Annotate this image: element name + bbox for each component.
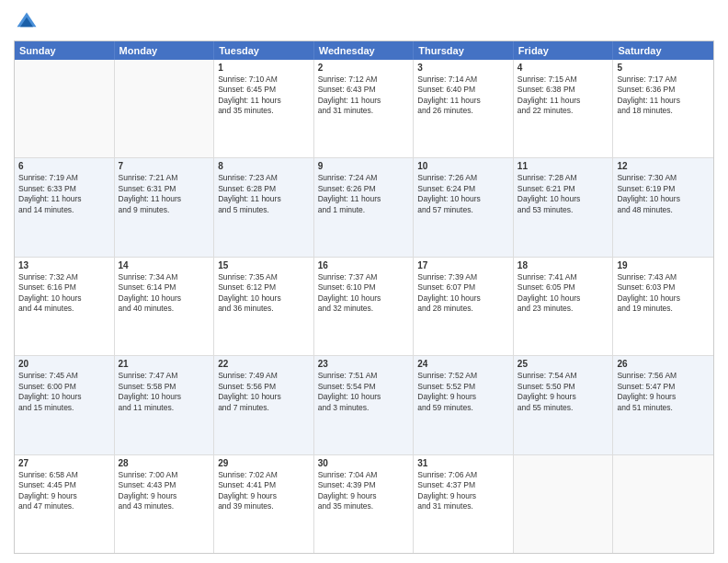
day-number: 1 (218, 63, 310, 73)
cell-info-line: Sunrise: 7:37 AM (318, 272, 410, 282)
day-number: 13 (18, 260, 110, 270)
day-number: 25 (518, 359, 609, 369)
cell-info-line: and 40 minutes. (119, 304, 210, 314)
cell-info-line: Sunrise: 7:47 AM (119, 371, 210, 381)
cell-info-line: Sunset: 5:50 PM (518, 382, 609, 392)
cell-info-line: Daylight: 9 hours (417, 392, 509, 402)
cell-info-line: and 26 minutes. (417, 106, 509, 116)
cell-info-line: Sunrise: 7:19 AM (18, 173, 110, 183)
day-number: 12 (617, 161, 710, 171)
day-cell-28: 28Sunrise: 7:00 AMSunset: 4:43 PMDayligh… (115, 455, 215, 553)
cell-info-line: Daylight: 10 hours (18, 293, 110, 304)
day-cell-24: 24Sunrise: 7:52 AMSunset: 5:52 PMDayligh… (414, 356, 514, 454)
day-number: 18 (518, 260, 609, 270)
cell-info-line: Sunset: 6:26 PM (318, 184, 410, 194)
day-number: 11 (518, 161, 609, 171)
cell-info-line: and 18 minutes. (617, 106, 710, 116)
cell-info-line: Sunrise: 7:12 AM (318, 75, 410, 85)
day-cell-22: 22Sunrise: 7:49 AMSunset: 5:56 PMDayligh… (214, 356, 314, 454)
calendar-row-4: 27Sunrise: 6:58 AMSunset: 4:45 PMDayligh… (15, 455, 713, 553)
day-cell-14: 14Sunrise: 7:34 AMSunset: 6:14 PMDayligh… (115, 258, 215, 355)
day-number: 22 (218, 359, 310, 369)
cell-info-line: and 53 minutes. (518, 205, 609, 215)
cell-info-line: Sunrise: 7:30 AM (617, 173, 710, 183)
day-cell-20: 20Sunrise: 7:45 AMSunset: 6:00 PMDayligh… (15, 356, 115, 454)
cell-info-line: and 14 minutes. (18, 205, 110, 215)
cell-info-line: Sunrise: 7:41 AM (518, 272, 609, 282)
day-number: 23 (318, 359, 410, 369)
cell-info-line: Sunset: 5:58 PM (119, 382, 210, 392)
cell-info-line: Daylight: 9 hours (119, 491, 210, 501)
cell-info-line: Sunrise: 7:26 AM (417, 173, 509, 183)
day-number: 2 (318, 63, 410, 73)
cell-info-line: Sunset: 6:00 PM (18, 382, 110, 392)
day-number: 4 (518, 63, 609, 73)
header (14, 9, 714, 35)
cell-info-line: Sunset: 6:21 PM (518, 184, 609, 194)
cell-info-line: and 36 minutes. (218, 304, 310, 314)
day-number: 7 (119, 161, 210, 171)
day-number: 10 (417, 161, 509, 171)
cell-info-line: Sunset: 4:43 PM (119, 480, 210, 490)
cell-info-line: and 9 minutes. (119, 205, 210, 215)
cell-info-line: Sunset: 6:38 PM (518, 85, 609, 95)
cell-info-line: Daylight: 10 hours (318, 293, 410, 304)
day-cell-30: 30Sunrise: 7:04 AMSunset: 4:39 PMDayligh… (314, 455, 415, 553)
cell-info-line: and 31 minutes. (417, 501, 509, 511)
cell-info-line: and 35 minutes. (318, 501, 410, 511)
cell-info-line: Daylight: 10 hours (218, 392, 310, 402)
cell-info-line: Daylight: 11 hours (518, 96, 609, 106)
day-cell-13: 13Sunrise: 7:32 AMSunset: 6:16 PMDayligh… (15, 258, 115, 355)
cell-info-line: Daylight: 11 hours (617, 96, 710, 106)
cell-info-line: Sunrise: 7:28 AM (518, 173, 609, 183)
cell-info-line: Sunrise: 7:24 AM (318, 173, 410, 183)
day-number: 29 (218, 458, 310, 468)
day-cell-10: 10Sunrise: 7:26 AMSunset: 6:24 PMDayligh… (414, 158, 514, 256)
day-cell-18: 18Sunrise: 7:41 AMSunset: 6:05 PMDayligh… (514, 258, 614, 355)
cell-info-line: Daylight: 10 hours (518, 194, 609, 204)
cell-info-line: Sunset: 5:54 PM (318, 382, 410, 392)
cell-info-line: Sunrise: 7:14 AM (417, 75, 509, 85)
cell-info-line: Daylight: 10 hours (518, 293, 609, 304)
cell-info-line: Sunset: 6:16 PM (18, 282, 110, 293)
cell-info-line: Daylight: 11 hours (18, 194, 110, 204)
cell-info-line: and 15 minutes. (18, 403, 110, 413)
cell-info-line: Daylight: 10 hours (417, 293, 509, 304)
day-cell-6: 6Sunrise: 7:19 AMSunset: 6:33 PMDaylight… (15, 158, 115, 256)
header-day-wednesday: Wednesday (314, 41, 415, 60)
cell-info-line: Sunset: 5:56 PM (218, 382, 310, 392)
cell-info-line: Sunrise: 7:51 AM (318, 371, 410, 381)
cell-info-line: Sunrise: 7:32 AM (18, 272, 110, 282)
cell-info-line: Sunrise: 7:02 AM (218, 470, 310, 480)
day-cell-19: 19Sunrise: 7:43 AMSunset: 6:03 PMDayligh… (613, 258, 713, 355)
cell-info-line: Sunset: 5:47 PM (617, 382, 710, 392)
calendar-row-1: 6Sunrise: 7:19 AMSunset: 6:33 PMDaylight… (15, 158, 713, 257)
day-number: 8 (218, 161, 310, 171)
cell-info-line: Daylight: 9 hours (417, 491, 509, 501)
cell-info-line: Daylight: 11 hours (417, 96, 509, 106)
cell-info-line: Sunrise: 7:10 AM (218, 75, 310, 85)
cell-info-line: Sunset: 6:45 PM (218, 85, 310, 95)
cell-info-line: Daylight: 9 hours (218, 491, 310, 501)
day-cell-27: 27Sunrise: 6:58 AMSunset: 4:45 PMDayligh… (15, 455, 115, 553)
cell-info-line: Sunset: 6:14 PM (119, 282, 210, 293)
cell-info-line: and 43 minutes. (119, 501, 210, 511)
day-cell-21: 21Sunrise: 7:47 AMSunset: 5:58 PMDayligh… (115, 356, 215, 454)
day-cell-1: 1Sunrise: 7:10 AMSunset: 6:45 PMDaylight… (214, 60, 314, 157)
cell-info-line: Daylight: 11 hours (119, 194, 210, 204)
cell-info-line: and 59 minutes. (417, 403, 509, 413)
day-number: 3 (417, 63, 509, 73)
cell-info-line: Sunrise: 7:17 AM (617, 75, 710, 85)
cell-info-line: Sunset: 6:31 PM (119, 184, 210, 194)
cell-info-line: Sunrise: 7:21 AM (119, 173, 210, 183)
day-number: 6 (18, 161, 110, 171)
day-cell-7: 7Sunrise: 7:21 AMSunset: 6:31 PMDaylight… (115, 158, 215, 256)
cell-info-line: Sunset: 6:43 PM (318, 85, 410, 95)
header-day-sunday: Sunday (15, 41, 115, 60)
day-cell-26: 26Sunrise: 7:56 AMSunset: 5:47 PMDayligh… (613, 356, 713, 454)
day-number: 16 (318, 260, 410, 270)
cell-info-line: and 22 minutes. (518, 106, 609, 116)
cell-info-line: Daylight: 10 hours (318, 392, 410, 402)
cell-info-line: Sunset: 6:33 PM (18, 184, 110, 194)
calendar: SundayMondayTuesdayWednesdayThursdayFrid… (14, 40, 714, 554)
